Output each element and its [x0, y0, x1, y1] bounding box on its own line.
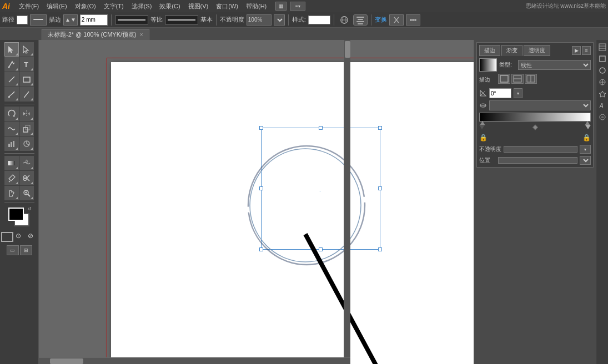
eyedropper-tool[interactable]	[4, 171, 19, 185]
right-icon-4[interactable]	[597, 77, 607, 87]
stroke-mode-btn[interactable]	[1, 232, 13, 242]
extra-btn[interactable]	[406, 14, 420, 26]
fg-bg-swatches[interactable]: ↺	[8, 208, 31, 228]
rotate-tool[interactable]	[4, 107, 19, 121]
stroke-down-btn[interactable]: ▼	[71, 17, 76, 23]
menu-effect[interactable]: 效果(C)	[156, 1, 183, 12]
angle-spinner[interactable]: ▾	[514, 88, 522, 98]
opacity-select[interactable]: ▾	[274, 14, 285, 26]
gradient-midpoint[interactable]	[532, 125, 538, 130]
bar-tool[interactable]	[19, 136, 34, 151]
stroke-color-swatch[interactable]	[17, 16, 28, 24]
tab-stroke[interactable]: 描边	[479, 45, 500, 56]
stroke-style-btn[interactable]	[30, 14, 47, 26]
line-style-preview2[interactable]	[165, 16, 198, 24]
zoom-tool[interactable]	[19, 186, 34, 200]
gradient-mode-btn[interactable]: ⊙	[16, 232, 26, 242]
change-screen-mode-btn[interactable]: ▭	[7, 245, 19, 255]
globe-btn[interactable]	[338, 14, 351, 26]
workspace-switcher[interactable]: ▦	[275, 2, 287, 11]
direct-selection-tool[interactable]	[19, 42, 34, 57]
right-icon-1[interactable]	[597, 42, 607, 52]
right-icon-3[interactable]	[597, 65, 607, 75]
lock-right-icon[interactable]: 🔒	[582, 134, 591, 141]
foreground-color-swatch[interactable]	[8, 208, 24, 221]
tab-close-btn[interactable]: ×	[140, 32, 143, 38]
scale-tool[interactable]	[19, 122, 34, 136]
pencil-tool[interactable]	[19, 87, 34, 102]
menu-text[interactable]: 文字(T)	[101, 1, 127, 12]
menu-file[interactable]: 文件(F)	[16, 1, 42, 12]
aspect-select[interactable]	[489, 100, 591, 110]
lock-left-icon[interactable]: 🔒	[479, 134, 488, 141]
style-swatch[interactable]	[308, 16, 330, 24]
opacity-dropdown-btn[interactable]: ▾	[580, 145, 591, 154]
document-tab[interactable]: 未标题-2* @ 100% (CMYK/预览) ×	[42, 29, 149, 40]
graph-tool[interactable]	[4, 136, 19, 151]
paintbrush-tool[interactable]	[4, 87, 19, 102]
scissors-tool[interactable]	[19, 171, 34, 185]
gradient-type-select[interactable]: 线性 径向	[518, 60, 591, 70]
horizontal-scrollbar[interactable]	[39, 357, 350, 364]
warp-tool[interactable]	[4, 122, 19, 136]
tab-opacity[interactable]: 透明度	[524, 45, 550, 56]
line-style-preview[interactable]	[115, 16, 148, 24]
mirror-tool[interactable]	[19, 107, 34, 121]
rectangle-tool[interactable]	[19, 72, 34, 87]
menu-view[interactable]: 视图(V)	[185, 1, 212, 12]
reflect-btn[interactable]	[389, 14, 404, 26]
svg-rect-7	[358, 23, 363, 24]
change-view-btn[interactable]: ⊞	[20, 245, 32, 255]
angle-input[interactable]	[489, 88, 511, 98]
stop-arrow-right[interactable]	[585, 125, 591, 129]
transform-label[interactable]: 变换	[375, 16, 387, 24]
mesh-tool[interactable]	[19, 156, 34, 170]
right-icon-5[interactable]	[597, 89, 607, 99]
handle-mid-left[interactable]	[259, 186, 263, 190]
menu-select[interactable]: 选择(S)	[128, 1, 155, 12]
hand-tool[interactable]	[4, 186, 19, 200]
gradient-bar[interactable]	[479, 113, 591, 122]
handle-mid-right[interactable]	[378, 186, 382, 190]
stroke-opt-3[interactable]	[525, 74, 537, 84]
text-tool[interactable]: T	[19, 57, 34, 72]
gradient-tool[interactable]	[4, 156, 19, 170]
handle-top-center[interactable]	[319, 126, 323, 130]
selection-tool[interactable]	[4, 42, 19, 57]
opacity-bar[interactable]	[504, 146, 577, 153]
panel-menu-btn[interactable]: ▶	[572, 46, 581, 55]
stroke-opt-2[interactable]	[511, 74, 524, 84]
handle-top-left[interactable]	[259, 126, 263, 130]
pen-tool[interactable]	[4, 57, 19, 72]
stroke-opt-1[interactable]	[498, 74, 510, 84]
stop-arrow-left[interactable]	[479, 125, 485, 129]
right-icon-7[interactable]	[597, 112, 607, 122]
tab-gradient[interactable]: 渐变	[501, 45, 522, 56]
align-btn[interactable]	[353, 14, 368, 26]
reset-colors-btn[interactable]: ↺	[28, 206, 32, 211]
vertical-scrollbar[interactable]	[344, 40, 350, 364]
right-icon-6[interactable]: A	[597, 100, 607, 110]
menu-edit[interactable]: 编辑(E)	[43, 1, 71, 12]
canvas-area[interactable]	[39, 40, 474, 364]
panel-options-btn[interactable]: ≡	[582, 46, 591, 55]
stroke-up-btn[interactable]: ▲	[65, 17, 71, 23]
handle-bottom-left[interactable]	[259, 247, 263, 251]
menu-window[interactable]: 窗口(W)	[213, 1, 242, 12]
location-bar[interactable]	[498, 157, 577, 164]
menu-help[interactable]: 帮助(H)	[243, 1, 270, 12]
right-icon-2[interactable]	[597, 54, 607, 64]
svg-line-15	[9, 77, 14, 82]
handle-bottom-right[interactable]	[378, 247, 382, 251]
location-dropdown[interactable]: ▾	[580, 156, 591, 165]
view-options[interactable]: ≡▾	[290, 2, 305, 11]
handle-top-right[interactable]	[378, 126, 382, 130]
svg-rect-28	[13, 141, 14, 147]
none-mode-btn[interactable]: ⊘	[28, 232, 38, 242]
gradient-swatch[interactable]	[479, 58, 497, 72]
handle-bottom-center[interactable]	[319, 247, 323, 251]
line-tool[interactable]	[4, 72, 19, 87]
opacity-input[interactable]	[247, 14, 272, 26]
menu-object[interactable]: 对象(O)	[72, 1, 99, 12]
stroke-width-input[interactable]	[80, 14, 108, 26]
